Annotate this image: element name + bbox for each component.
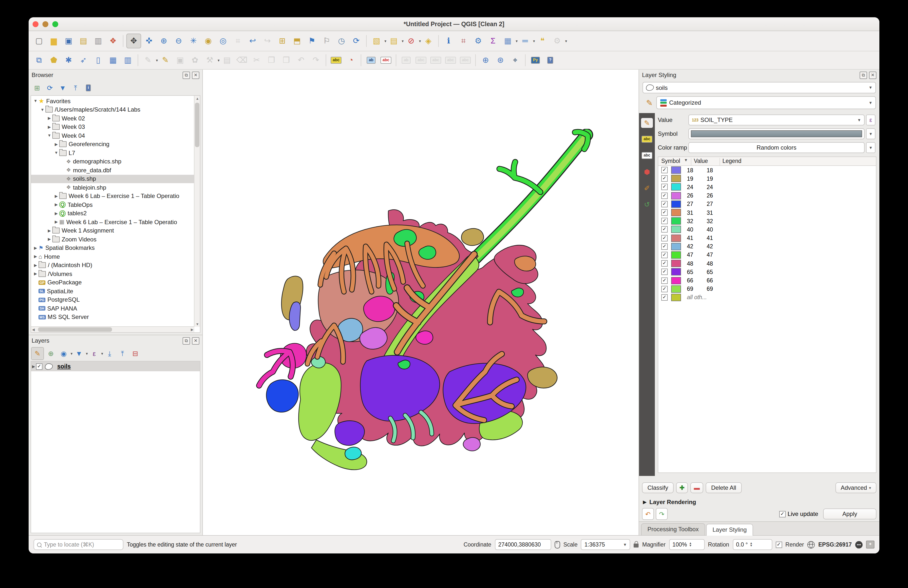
category-checkbox[interactable]: ✓ — [661, 201, 668, 207]
collapse-all-layers-button[interactable]: ⤒ — [116, 348, 128, 359]
tree-item-volumes[interactable]: ▶/Volumes — [31, 269, 195, 278]
category-checkbox[interactable]: ✓ — [661, 260, 668, 267]
category-row-32[interactable]: ✓3232 — [658, 217, 876, 225]
category-color-swatch[interactable] — [671, 294, 681, 301]
manage-map-themes-button[interactable]: ◉ — [58, 348, 69, 359]
annotations-tab[interactable]: ✐ — [641, 183, 653, 193]
tree-expand-icon[interactable]: ▼ — [47, 134, 52, 138]
messages-log-icon[interactable]: ••• — [855, 541, 863, 548]
add-selected-layers-button[interactable]: ⊞ — [31, 82, 43, 94]
column-legend[interactable]: Legend — [723, 158, 741, 164]
category-row-65[interactable]: ✓6565 — [658, 268, 876, 276]
add-category-button[interactable]: ✚ — [676, 482, 688, 493]
category-row-31[interactable]: ✓3131 — [658, 208, 876, 217]
symbology-tab[interactable]: ✎ — [641, 118, 653, 128]
chevron-down-icon[interactable]: ▾ — [516, 39, 518, 43]
category-checkbox[interactable]: ✓ — [661, 243, 668, 250]
category-color-swatch[interactable] — [671, 200, 681, 208]
add-group-button[interactable]: ⊕ — [45, 348, 57, 359]
chevron-down-icon[interactable]: ▾ — [71, 351, 72, 356]
pan-map-to-selection-button[interactable]: ✜ — [142, 34, 156, 48]
help-contents-button[interactable]: ? — [543, 53, 557, 67]
browser-float-icon[interactable]: ⧉ — [183, 71, 190, 79]
layer-labeling-options-button[interactable]: abc — [329, 53, 343, 67]
chevron-down-icon[interactable]: ▾ — [385, 39, 386, 43]
tree-item-week-03[interactable]: ▶Week 03 — [31, 123, 195, 131]
tree-item-geopackage[interactable]: GPGeoPackage — [31, 278, 195, 287]
remove-layer-button[interactable]: ⊟ — [129, 348, 141, 359]
tree-expand-icon[interactable]: ▶ — [54, 211, 59, 216]
category-color-swatch[interactable] — [671, 234, 681, 242]
layers-close-icon[interactable]: ✕ — [192, 337, 200, 344]
spinner-icon[interactable]: ▲▼ — [750, 542, 753, 547]
select-features-button[interactable]: ▧ — [370, 34, 383, 48]
tree-expand-icon[interactable]: ▶ — [47, 125, 52, 129]
tree-item-postgresql[interactable]: PGPostgreSQL — [31, 295, 195, 304]
category-checkbox[interactable]: ✓ — [661, 167, 668, 173]
redo-style-button[interactable]: ↷ — [656, 508, 668, 520]
color-ramp-dropdown-button[interactable]: ▼ — [866, 142, 876, 153]
layer-diagram-options-button[interactable]: ◔ — [344, 53, 358, 67]
tree-item-tablejoin-shp[interactable]: ❖tablejoin.shp — [31, 183, 195, 192]
category-row-18[interactable]: ✓1818 — [658, 166, 876, 174]
category-row-66[interactable]: ✓6666 — [658, 276, 876, 285]
browser-vertical-scrollbar[interactable]: ▲ ▼ — [194, 96, 200, 327]
processing-options-button[interactable]: ⚙ — [471, 34, 485, 48]
delete-all-button[interactable]: Delete All — [706, 482, 741, 493]
locator-search-input[interactable]: Type to locate (⌘K) — [34, 539, 123, 550]
undo-style-button[interactable]: ↶ — [642, 508, 654, 520]
chevron-down-icon[interactable]: ▾ — [419, 39, 421, 43]
show-spatial-bookmarks-button[interactable]: ⚐ — [320, 34, 333, 48]
zoom-full-button[interactable]: ✳ — [187, 34, 200, 48]
masks-tab[interactable]: abc — [641, 151, 653, 161]
renderer-select[interactable]: Categorized ▼ — [656, 96, 876, 109]
style-manager-button[interactable]: ❖ — [106, 34, 120, 48]
category-color-swatch[interactable] — [671, 226, 681, 233]
mouse-extent-icon[interactable] — [554, 541, 560, 548]
chevron-down-icon[interactable]: ▾ — [533, 39, 535, 43]
tree-item-tableops[interactable]: ▶QTableOps — [31, 200, 195, 209]
chevron-down-icon[interactable]: ▾ — [565, 39, 567, 43]
chevron-down-icon[interactable]: ▾ — [156, 58, 158, 63]
column-symbol[interactable]: Symbol — [661, 158, 680, 164]
chevron-down-icon[interactable]: ▾ — [101, 351, 103, 356]
tree-item-georeferencing[interactable]: ▶Georeferencing — [31, 140, 195, 148]
category-checkbox[interactable]: ✓ — [661, 226, 668, 233]
tree-expand-icon[interactable]: ▶ — [54, 194, 59, 198]
labels-tab[interactable]: abc — [641, 134, 653, 144]
chevron-down-icon[interactable]: ▾ — [217, 58, 220, 63]
spinner-icon[interactable]: ▲▼ — [689, 542, 692, 547]
toggle-editing-button[interactable]: ✎ — [158, 53, 172, 67]
tree-expand-icon[interactable]: ▶ — [33, 255, 38, 259]
zoom-last-button[interactable]: ↩ — [246, 34, 259, 48]
apply-button[interactable]: Apply — [823, 509, 876, 519]
category-color-swatch[interactable] — [671, 277, 681, 284]
category-color-swatch[interactable] — [671, 192, 681, 199]
layer-item-soils[interactable]: ▶ ✓ soils — [31, 361, 200, 371]
category-checkbox[interactable]: ✓ — [661, 269, 668, 275]
chevron-down-icon[interactable]: ▾ — [402, 39, 404, 43]
lock-scale-icon[interactable] — [634, 544, 639, 548]
crs-globe-icon[interactable] — [807, 541, 815, 548]
value-field-select[interactable]: 123 SOIL_TYPE ▼ — [688, 114, 865, 126]
symbol-dropdown-button[interactable]: ▼ — [866, 128, 876, 139]
tree-item-spatial-bookmarks[interactable]: ▶⚑Spatial Bookmarks — [31, 244, 195, 252]
tree-expand-icon[interactable]: ▶ — [54, 203, 59, 207]
category-checkbox[interactable]: ✓ — [661, 235, 668, 241]
zoom-in-button[interactable]: ⊕ — [157, 34, 171, 48]
category-row-19[interactable]: ✓1919 — [658, 174, 876, 183]
category-row-24[interactable]: ✓2424 — [658, 183, 876, 191]
new-shapefile-layer-button[interactable]: ✱ — [62, 53, 76, 67]
tree-expand-icon[interactable]: ▶ — [47, 237, 52, 242]
map-preview-icon[interactable]: ✦ — [866, 541, 874, 548]
category-row-41[interactable]: ✓4141 — [658, 234, 876, 242]
map-tips-button[interactable]: ❝ — [535, 34, 549, 48]
category-row-27[interactable]: ✓2727 — [658, 200, 876, 208]
save-project-button[interactable]: ▣ — [62, 34, 76, 48]
tree-expand-icon[interactable]: ▼ — [54, 151, 59, 155]
open-data-source-manager-button[interactable]: ⧉ — [32, 53, 46, 67]
tab-layer-styling[interactable]: Layer Styling — [706, 524, 753, 536]
live-update-checkbox[interactable]: ✓ — [779, 511, 786, 517]
new-temporary-scratch-layer-button[interactable]: ▯ — [91, 53, 105, 67]
category-color-swatch[interactable] — [671, 175, 681, 182]
